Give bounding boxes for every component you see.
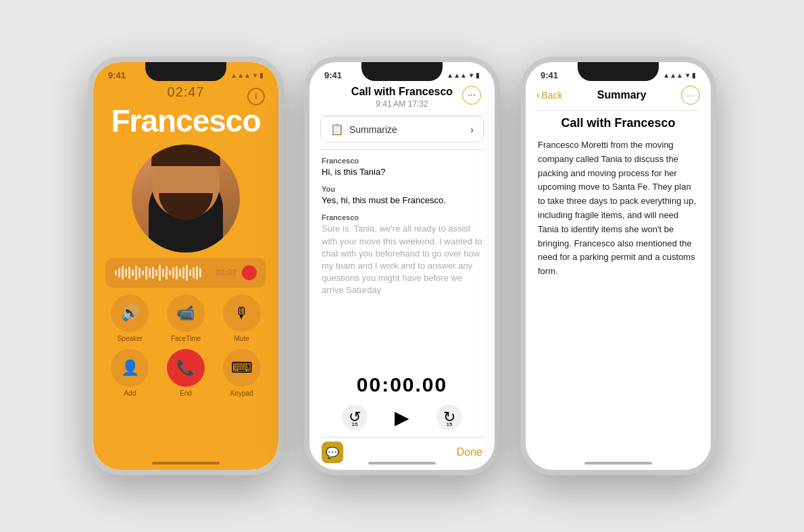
summarize-icon: 📋 [330,123,344,136]
end-icon: 📞 [167,349,205,387]
status-time-2: 9:41 [324,70,342,80]
skip-forward-button[interactable]: ↻ 15 [436,404,462,430]
speaker-2: You [322,185,482,193]
speaker-icon: 🔊 [111,294,149,332]
more-button-2[interactable]: ··· [462,86,481,105]
playback-section: 00:00.00 ↺ 15 ▶ ↻ 15 [309,365,495,437]
phone-summary-screen: 9:41 ▲▲▲ ▾ ▮ ‹ Back Summary ··· Call wit… [520,57,716,475]
transcript-body: Francesco Hi, is this Tania? You Yes, hi… [309,150,495,365]
status-icons-1: ▲▲▲ ▾ ▮ [230,72,263,79]
mute-button[interactable]: 🎙 Mute [217,294,266,342]
summary-text: Francesco Moretti from the moving compan… [538,138,699,279]
message-3: Sure is. Tania, we're all ready to assis… [322,223,482,296]
skip-forward-label: 15 [447,421,453,427]
signal-icon-2: ▲▲▲ [447,72,467,79]
speaker-button[interactable]: 🔊 Speaker [105,294,155,342]
more-icon-2: ··· [468,90,476,101]
status-bar-3: 9:41 ▲▲▲ ▾ ▮ [526,62,711,83]
message-2: Yes, hi, this must be Francesco. [322,194,482,207]
add-button[interactable]: 👤 Add [105,349,155,397]
summary-body: Call with Francesco Francesco Moretti fr… [526,111,711,284]
status-icons-3: ▲▲▲ ▾ ▮ [663,72,696,79]
end-button[interactable]: 📞 End [161,349,211,397]
info-icon: i [255,92,257,101]
keypad-button[interactable]: ⌨ Keypad [217,349,266,397]
wifi-icon-2: ▾ [470,72,473,79]
transcript-datetime: 9:41 AM 17:32 [323,99,481,109]
end-label: End [180,390,192,397]
chat-icon-button[interactable]: 💬 [322,442,343,463]
wave-timer: 02:32 [216,268,236,277]
status-time-1: 9:41 [108,70,126,80]
back-label: Back [541,90,562,101]
add-label: Add [124,390,136,397]
mute-label: Mute [234,335,249,342]
skip-back-label: 15 [352,421,358,427]
summarize-label: Summarize [349,124,397,135]
summary-call-title: Call with Francesco [538,116,699,130]
chat-icon: 💬 [326,446,339,459]
transcript-header: Call with Francesco 9:41 AM 17:32 ··· [309,83,495,115]
waveform-bar: 02:32 [105,258,266,288]
battery-icon: ▮ [259,72,263,79]
status-bar-2: 9:41 ▲▲▲ ▾ ▮ [309,62,495,83]
play-button[interactable]: ▶ [388,403,416,431]
done-button[interactable]: Done [457,446,482,458]
summary-more-icon: ··· [686,90,695,101]
summarize-left: 📋 Summarize [330,123,397,136]
facetime-button[interactable]: 📹 FaceTime [161,294,211,342]
signal-icon-3: ▲▲▲ [663,72,683,79]
home-indicator-1 [152,462,220,464]
avatar [132,144,240,252]
speaker-label: Speaker [118,335,143,342]
info-button[interactable]: i [247,88,265,105]
skip-back-button[interactable]: ↺ 15 [342,404,368,430]
facetime-label: FaceTime [171,335,201,342]
battery-icon-3: ▮ [692,72,696,79]
status-time-3: 9:41 [541,70,558,80]
summary-more-button[interactable]: ··· [681,86,700,105]
signal-icon: ▲▲▲ [230,72,251,79]
avatar-container [93,144,278,252]
keypad-icon: ⌨ [223,349,261,387]
chevron-right-icon: › [470,124,474,135]
add-icon: 👤 [111,349,149,387]
playback-timer: 00:00.00 [309,373,495,396]
status-bar-1: 9:41 ▲▲▲ ▾ ▮ [93,62,278,83]
home-indicator-2 [368,462,436,464]
status-icons-2: ▲▲▲ ▾ ▮ [447,72,480,79]
call-controls-grid: 🔊 Speaker 📹 FaceTime 🎙 Mute 👤 Add 📞 End … [105,294,266,397]
back-chevron-icon: ‹ [536,89,540,101]
mute-icon: 🎙 [223,294,261,332]
playback-controls: ↺ 15 ▶ ↻ 15 [309,403,495,431]
summary-nav: ‹ Back Summary ··· [526,83,711,110]
wifi-icon-3: ▾ [686,72,689,79]
back-button[interactable]: ‹ Back [536,89,562,101]
waveform-visual [115,265,209,281]
phone-call-screen: 9:41 ▲▲▲ ▾ ▮ i 02:47 Francesco [88,57,284,475]
transcript-title: Call with Francesco [323,86,481,98]
speaker-3: Francesco [322,213,482,221]
wifi-icon: ▾ [253,72,257,79]
keypad-label: Keypad [230,390,253,397]
record-button[interactable] [242,265,257,280]
facetime-icon: 📹 [167,294,205,332]
transcript-footer: 💬 Done [309,437,495,470]
message-1: Hi, is this Tania? [322,166,482,178]
summarize-button[interactable]: 📋 Summarize › [320,116,484,142]
battery-icon-2: ▮ [476,72,480,79]
summary-nav-title: Summary [597,89,647,101]
speaker-1: Francesco [322,157,482,165]
memoji-hair [151,144,220,166]
play-icon: ▶ [395,406,409,429]
caller-name: Francesco [93,103,278,139]
home-indicator-3 [584,462,652,464]
phone-transcript-screen: 9:41 ▲▲▲ ▾ ▮ Call with Francesco 9:41 AM… [304,57,500,475]
